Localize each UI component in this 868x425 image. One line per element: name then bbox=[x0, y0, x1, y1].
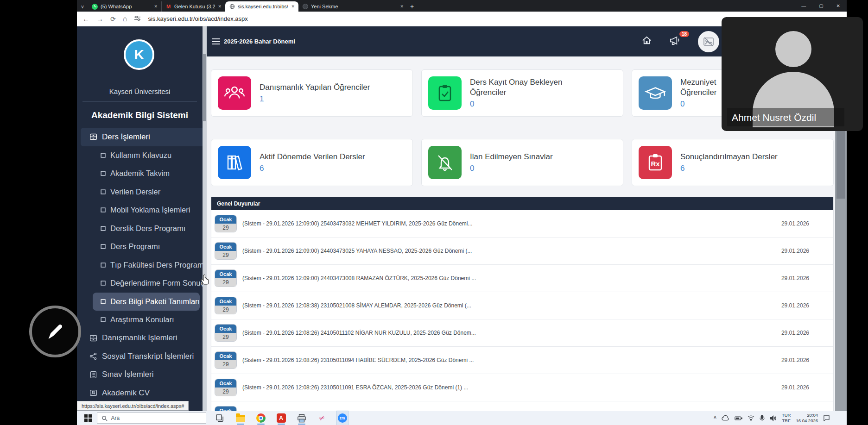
square-icon bbox=[101, 281, 106, 286]
sidebar-item-4[interactable]: Mobil Yoklama İşlemleri bbox=[77, 201, 203, 219]
file-explorer-button[interactable] bbox=[235, 411, 246, 425]
sidebar-item-0[interactable]: Ders İşlemleri bbox=[81, 128, 203, 146]
announcement-row[interactable]: Ocak29(Sistem - 29.01.2026 12:08:26) 231… bbox=[211, 374, 833, 401]
chrome-icon bbox=[256, 413, 266, 423]
stat-card-body: Sonuçlandırılmayan Dersler6 bbox=[680, 152, 778, 173]
browser-tab[interactable]: Yeni Sekme✕ bbox=[298, 1, 407, 12]
announcement-row[interactable]: Ocak29 bbox=[211, 401, 833, 411]
home-icon[interactable]: ⌂ bbox=[123, 15, 127, 23]
close-button[interactable]: ✕ bbox=[836, 3, 840, 8]
stat-card[interactable]: İlan Edilmeyen Sınavlar0 bbox=[421, 139, 623, 186]
announcement-row[interactable]: Ocak29(Sistem - 29.01.2026 12:08:26) 231… bbox=[211, 347, 833, 374]
avatar[interactable] bbox=[698, 31, 719, 52]
announcement-count-badge: 18 bbox=[679, 31, 689, 37]
zoom-button[interactable]: zm bbox=[337, 411, 348, 425]
sidebar-item-10[interactable]: Araştırma Konuları bbox=[77, 311, 203, 329]
chrome-button[interactable] bbox=[255, 411, 266, 425]
hamburger-icon[interactable] bbox=[212, 38, 220, 45]
tab-title: Yeni Sekme bbox=[311, 4, 397, 9]
browser-tab[interactable]: sis.kayseri.edu.tr/oibs/acd/inde✕ bbox=[225, 1, 298, 12]
stat-card[interactable]: Danışmanlık Yapılan Öğrenciler1 bbox=[211, 69, 413, 117]
square-icon bbox=[101, 189, 106, 194]
chevron-down-icon[interactable]: v bbox=[77, 2, 88, 12]
stat-card-title: Ders Kayıt Onay Bekleyen Öğrenciler bbox=[470, 77, 562, 98]
announcement-date: 29.01.2026 bbox=[781, 275, 809, 281]
back-icon[interactable]: ← bbox=[82, 15, 89, 23]
announcement-row[interactable]: Ocak29(Sistem - 29.01.2026 12:09:00) 254… bbox=[211, 210, 833, 238]
stat-card-value: 6 bbox=[680, 164, 778, 173]
date-badge-day: 29 bbox=[215, 388, 236, 396]
announcements-button[interactable]: 18 bbox=[669, 35, 681, 48]
idcard-icon bbox=[89, 389, 97, 397]
clock[interactable]: 20:04 16.04.2026 bbox=[796, 412, 818, 424]
stat-card[interactable]: Ders Kayıt Onay Bekleyen Öğrenciler0 bbox=[421, 69, 623, 117]
sidebar-item-8[interactable]: Değerlendirme Form Sonuç bbox=[77, 274, 203, 293]
university-logo: K bbox=[124, 39, 154, 70]
date-badge-month: Ocak bbox=[215, 379, 236, 388]
sidebar-item-6[interactable]: Ders Programı bbox=[77, 238, 203, 256]
sidebar-item-9[interactable]: Ders Bilgi Paketi Tanımları bbox=[93, 293, 200, 311]
sidebar-item-3[interactable]: Verilen Dersler bbox=[77, 183, 203, 201]
battery-icon[interactable] bbox=[735, 416, 742, 421]
chevron-up-icon[interactable]: ^ bbox=[714, 416, 716, 421]
language-indicator[interactable]: TUR TRF bbox=[782, 412, 791, 424]
sidebar-item-label: Kullanım Kılavuzu bbox=[110, 151, 171, 160]
sidebar-item-12[interactable]: Sosyal Transkript İşlemleri bbox=[77, 347, 203, 366]
printer-button[interactable] bbox=[296, 411, 307, 425]
announcement-row[interactable]: Ocak29(Sistem - 29.01.2026 12:09:00) 244… bbox=[211, 265, 833, 292]
stat-card-title: İlan Edilmeyen Sınavlar bbox=[470, 152, 553, 162]
sidebar-item-label: Araştırma Konuları bbox=[110, 315, 174, 324]
browser-tab[interactable]: MGelen Kutusu (3.248) - ahmetn✕ bbox=[161, 1, 225, 12]
tab-title: Gelen Kutusu (3.248) - ahmetn bbox=[174, 4, 215, 9]
sidebar-item-11[interactable]: Danışmanlık İşlemleri bbox=[77, 329, 203, 348]
reload-icon[interactable]: ⟳ bbox=[110, 15, 116, 23]
sidebar-item-5[interactable]: Derslik Ders Programı bbox=[77, 219, 203, 238]
snipping-tool-button[interactable]: ✂ bbox=[317, 411, 328, 425]
date-badge: Ocak29 bbox=[215, 243, 236, 259]
task-view-button[interactable] bbox=[215, 411, 226, 425]
sidebar-item-7[interactable]: Tıp Fakültesi Ders Programı bbox=[77, 256, 203, 275]
sidebar-item-13[interactable]: Sınav İşlemleri bbox=[77, 366, 203, 384]
microphone-icon[interactable] bbox=[760, 415, 765, 421]
sidebar-item-14[interactable]: Akademik CV bbox=[77, 384, 203, 402]
start-button[interactable] bbox=[84, 414, 92, 422]
wifi-icon[interactable] bbox=[748, 415, 754, 421]
stat-card[interactable]: Aktif Dönemde Verilen Dersler6 bbox=[211, 139, 413, 186]
date-badge: Ocak29 bbox=[215, 297, 236, 314]
url-field[interactable]: sis.kayseri.edu.tr/oibs/acd/index.aspx bbox=[148, 15, 247, 22]
sidebar-scrollbar-thumb[interactable] bbox=[203, 54, 206, 121]
new-tab-button[interactable]: + bbox=[410, 3, 414, 10]
sidebar-menu: Ders İşlemleriKullanım KılavuzuAkademik … bbox=[77, 128, 203, 402]
acrobat-button[interactable]: A bbox=[276, 411, 287, 425]
annotation-pencil-button[interactable] bbox=[29, 306, 81, 357]
tab-close-icon[interactable]: ✕ bbox=[218, 4, 222, 9]
stat-card[interactable]: RxSonuçlandırılmayan Dersler6 bbox=[632, 139, 834, 186]
announcement-row[interactable]: Ocak29(Sistem - 29.01.2026 12:09:00) 244… bbox=[211, 238, 833, 265]
tab-close-icon[interactable]: ✕ bbox=[291, 4, 295, 9]
windows-taskbar: Ara A ✂ bbox=[77, 411, 847, 425]
announcement-row[interactable]: Ocak29(Sistem - 29.01.2026 12:08:26) 241… bbox=[211, 319, 833, 347]
date-badge: Ocak29 bbox=[215, 379, 236, 396]
browser-tab[interactable]: (5) WhatsApp✕ bbox=[88, 1, 161, 12]
notification-center-icon[interactable] bbox=[823, 415, 830, 421]
sidebar-item-1[interactable]: Kullanım Kılavuzu bbox=[77, 146, 203, 165]
forward-icon[interactable]: → bbox=[96, 15, 103, 23]
maximize-button[interactable]: ▢ bbox=[819, 3, 823, 8]
sidebar-item-label: Mobil Yoklama İşlemleri bbox=[110, 206, 190, 214]
taskbar-search[interactable]: Ara bbox=[97, 412, 206, 424]
announcement-row[interactable]: Ocak29(Sistem - 29.01.2026 12:08:38) 231… bbox=[211, 292, 833, 319]
books-icon bbox=[218, 146, 251, 179]
onedrive-cloud-icon[interactable] bbox=[722, 415, 729, 421]
home-icon[interactable] bbox=[641, 35, 652, 48]
announcement-text: (Sistem - 29.01.2026 12:08:26) 241050111… bbox=[242, 330, 476, 336]
tab-close-icon[interactable]: ✕ bbox=[154, 4, 158, 9]
site-settings-icon[interactable] bbox=[134, 15, 141, 23]
sidebar-scrollbar[interactable] bbox=[203, 26, 207, 411]
speaker-icon[interactable] bbox=[770, 415, 777, 421]
sidebar-item-2[interactable]: Akademik Takvim bbox=[77, 164, 203, 183]
stat-card-value: 0 bbox=[470, 164, 553, 173]
sidebar-item-label: Akademik Takvim bbox=[110, 169, 170, 178]
square-icon bbox=[101, 171, 106, 176]
tab-close-icon[interactable]: ✕ bbox=[400, 4, 404, 9]
minimize-button[interactable]: — bbox=[801, 3, 806, 8]
